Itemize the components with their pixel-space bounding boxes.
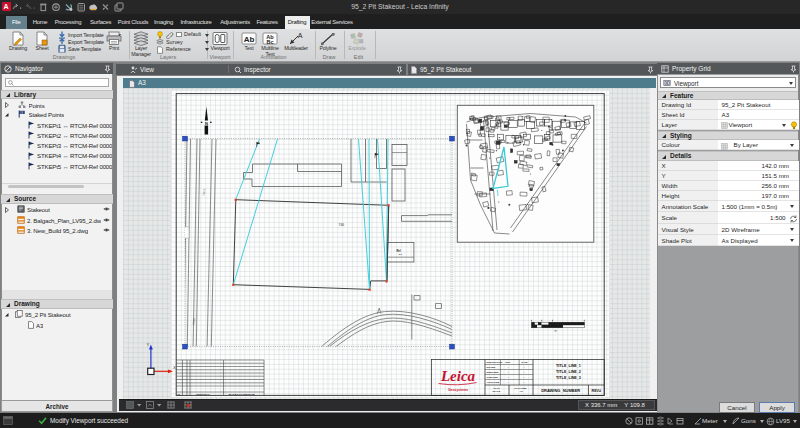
svg-text:A3: A3 — [519, 390, 523, 392]
svg-text:DRAWING_NUMBER: DRAWING_NUMBER — [541, 388, 580, 393]
svg-text:--: -- — [523, 371, 525, 373]
svg-text:2540: 2540 — [191, 318, 196, 325]
svg-text:746: 746 — [338, 223, 344, 227]
svg-text:A: A — [298, 32, 303, 39]
svg-text:--: -- — [507, 366, 509, 368]
svg-text:DET: DET — [505, 361, 510, 363]
svg-text:PLOT: PLOT — [493, 387, 500, 389]
svg-text:STAKED COORDINATE: STAKED COORDINATE — [228, 393, 255, 396]
svg-text:DESIGN PT: DESIGN PT — [196, 393, 209, 396]
svg-text:Leica: Leica — [439, 368, 475, 384]
svg-text:--: -- — [523, 376, 525, 378]
svg-text:Pt: Pt — [177, 393, 180, 396]
svg-text:200: 200 — [398, 253, 402, 255]
svg-text:m: m — [554, 330, 556, 333]
svg-text:N: N — [204, 121, 207, 126]
svg-text:CHECKED: CHECKED — [486, 376, 498, 378]
svg-text:TITLE_LINE_3: TITLE_LINE_3 — [556, 376, 581, 380]
svg-text:TITLE_LINE_1: TITLE_LINE_1 — [556, 364, 581, 368]
svg-text:X: X — [173, 365, 176, 370]
svg-text:APPROVED: APPROVED — [486, 381, 499, 383]
svg-text:Y: Y — [146, 342, 149, 347]
svg-text:DESCRIPTION: DESCRIPTION — [486, 361, 502, 363]
svg-text:DATE: DATE — [521, 361, 528, 363]
svg-text:Geosystems: Geosystems — [447, 388, 467, 392]
svg-text:Ab: Ab — [244, 35, 255, 44]
svg-text:SCALE: SCALE — [492, 390, 500, 392]
svg-text:--: -- — [523, 366, 525, 368]
svg-text:TITLE_LINE_2: TITLE_LINE_2 — [556, 370, 581, 374]
svg-text:DRAWN: DRAWN — [486, 366, 495, 368]
svg-text:--: -- — [523, 381, 525, 383]
svg-text:--: -- — [507, 381, 509, 383]
svg-text:--: -- — [507, 371, 509, 373]
svg-text:Bc: Bc — [266, 39, 273, 45]
svg-text:PLOT SIZE: PLOT SIZE — [514, 387, 526, 389]
svg-text:DESIGNED: DESIGNED — [486, 371, 498, 373]
svg-text:75074: 75074 — [201, 188, 206, 196]
svg-text:REV#: REV# — [591, 389, 601, 393]
svg-text:--: -- — [507, 376, 509, 378]
